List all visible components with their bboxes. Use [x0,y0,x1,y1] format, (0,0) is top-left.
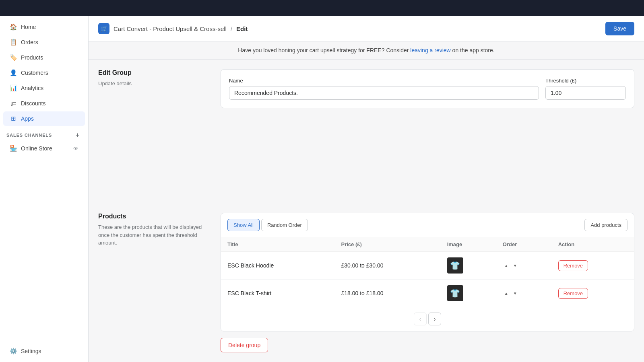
product-title: ESC Black Hoodie [221,252,334,280]
name-form-group: Name [229,78,539,100]
add-sales-channel-button[interactable]: + [74,131,82,139]
sidebar-item-label: Analytics [21,85,43,91]
product-order-cell: ▲ ▼ [496,280,552,307]
delete-right: Delete group [221,338,634,352]
online-store-label: Online Store [21,145,52,152]
sales-channels-section: SALES CHANNELS + [0,126,88,141]
product-action-cell: Remove [552,252,634,280]
sidebar-item-discounts[interactable]: 🏷 Discounts [3,96,85,111]
random-order-button[interactable]: Random Order [261,219,308,231]
online-store-icon: 🏪 [10,145,17,152]
sidebar-item-apps[interactable]: ⊞ Apps [3,111,85,126]
products-left-panel: Products These are the products that wil… [98,213,211,331]
sidebar-item-home[interactable]: 🏠 Home [3,20,85,34]
info-banner: Have you loved honing your cart upsell s… [89,41,644,60]
banner-text-after: on the app store. [452,47,495,53]
col-image: Image [441,237,496,252]
orders-icon: 📋 [10,39,17,46]
pagination: ‹ › [221,307,634,331]
sidebar-item-label: Discounts [21,100,45,107]
col-action: Action [552,237,634,252]
product-price: £30.00 to £30.00 [334,252,440,280]
product-image: 👕 [447,285,463,301]
name-input[interactable] [229,86,539,100]
sidebar-item-products[interactable]: 🏷️ Products [3,50,85,65]
delete-left [98,338,211,352]
breadcrumb-separator: / [231,25,232,32]
products-title: Products [98,213,211,220]
products-description: These are the products that will be disp… [98,223,211,247]
col-order: Order [496,237,552,252]
sidebar-item-label: Customers [21,70,48,76]
products-table: Title Price (£) Image Order Action ESC B… [221,237,634,307]
right-panel: Name Threshold (£) [221,69,634,203]
order-down-button[interactable]: ▼ [512,263,519,269]
edit-group-card: Name Threshold (£) [221,69,634,108]
apps-icon: ⊞ [10,115,17,122]
product-image: 👕 [447,257,463,274]
product-action-cell: Remove [552,280,634,307]
col-price: Price (£) [334,237,440,252]
product-order-cell: ▲ ▼ [496,252,552,280]
order-controls: ▲ ▼ [503,263,545,269]
filter-buttons: Show All Random Order [227,219,308,231]
eye-icon: 👁 [73,146,78,152]
products-section-wrapper: Products These are the products that wil… [89,213,644,362]
remove-product-button[interactable]: Remove [558,288,588,299]
sidebar-item-label: Apps [21,115,34,122]
product-price: £18.00 to £18.00 [334,280,440,307]
home-icon: 🏠 [10,23,17,31]
settings-icon: ⚙️ [10,348,17,355]
sidebar-item-label: Settings [21,348,41,354]
remove-product-button[interactable]: Remove [558,260,588,271]
table-header-row: Title Price (£) Image Order Action [221,237,634,252]
order-controls: ▲ ▼ [503,290,545,296]
sidebar-item-label: Home [21,24,36,30]
page-body: Edit Group Update details Name Threshold… [89,60,644,213]
delete-section: Delete group [98,338,634,362]
main-content: 🛒 Cart Convert - Product Upsell & Cross-… [89,16,644,362]
edit-group-left-panel: Edit Group Update details [98,69,211,203]
order-up-button[interactable]: ▲ [503,263,510,269]
order-up-button[interactable]: ▲ [503,290,510,296]
products-card: Show All Random Order Add products Title… [221,213,634,331]
sidebar-item-label: Orders [21,39,38,45]
prev-page-button[interactable]: ‹ [414,313,427,325]
next-page-button[interactable]: › [428,313,441,325]
product-image-cell: 👕 [441,252,496,280]
sidebar-item-online-store[interactable]: 🏪 Online Store 👁 [3,141,85,156]
sidebar-item-settings[interactable]: ⚙️ Settings [3,344,85,358]
edit-group-title: Edit Group [98,69,211,76]
sidebar-item-analytics[interactable]: 📊 Analytics [3,81,85,95]
sidebar-item-orders[interactable]: 📋 Orders [3,35,85,49]
col-title: Title [221,237,334,252]
save-button[interactable]: Save [605,22,634,35]
banner-link[interactable]: leaving a review [410,47,450,53]
show-all-button[interactable]: Show All [227,219,260,231]
breadcrumb-current: Edit [236,25,248,32]
breadcrumb-app-name[interactable]: Cart Convert - Product Upsell & Cross-se… [114,25,227,32]
products-section: Products These are the products that wil… [98,213,634,331]
top-bar [0,0,644,16]
delete-group-button[interactable]: Delete group [221,338,268,352]
sidebar-item-label: Products [21,54,43,61]
order-down-button[interactable]: ▼ [512,290,519,296]
product-title: ESC Black T-shirt [221,280,334,307]
threshold-form-group: Threshold (£) [545,78,626,100]
discounts-icon: 🏷 [10,100,17,107]
threshold-label: Threshold (£) [545,78,626,84]
page-header: 🛒 Cart Convert - Product Upsell & Cross-… [89,16,644,41]
products-card-header: Show All Random Order Add products [221,213,634,237]
sales-channels-title: SALES CHANNELS [6,133,52,138]
online-store-left: 🏪 Online Store [10,145,52,152]
table-row: ESC Black T-shirt £18.00 to £18.00 👕 ▲ ▼… [221,280,634,307]
product-image-cell: 👕 [441,280,496,307]
edit-group-subtitle: Update details [98,80,211,88]
breadcrumb: 🛒 Cart Convert - Product Upsell & Cross-… [98,23,248,34]
analytics-icon: 📊 [10,84,17,92]
threshold-input[interactable] [545,86,626,100]
add-products-button[interactable]: Add products [584,219,627,231]
name-label: Name [229,78,539,84]
sidebar-item-customers[interactable]: 👤 Customers [3,66,85,80]
customers-icon: 👤 [10,69,17,76]
